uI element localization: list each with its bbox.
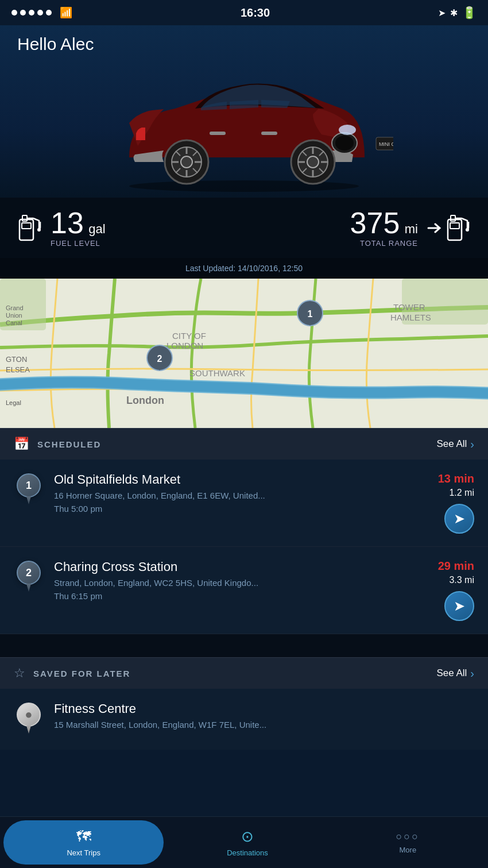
saved-see-all-button[interactable]: See All › bbox=[436, 667, 474, 680]
destinations-nav-icon: ⊙ bbox=[241, 828, 254, 846]
trip-pin-1: 1 bbox=[14, 472, 44, 508]
svg-text:Union: Union bbox=[6, 312, 22, 319]
svg-rect-32 bbox=[22, 215, 27, 221]
nav-destinations[interactable]: ⊙ Destinations bbox=[167, 817, 327, 868]
svg-text:1: 1 bbox=[308, 309, 313, 319]
calendar-icon: 📅 bbox=[14, 437, 29, 452]
saved-pin-1: ● bbox=[14, 701, 44, 737]
trip-time-2: Thu 6:15 pm bbox=[54, 591, 395, 601]
range-label: TOTAL RANGE bbox=[350, 239, 418, 248]
range-arrow-icon bbox=[426, 219, 443, 237]
svg-text:London: London bbox=[126, 395, 164, 406]
saved-item-1: ● Fitness Centre 15 Marshall Street, Lon… bbox=[0, 689, 488, 750]
saved-address-1: 15 Marshall Street, London, England, W1F… bbox=[54, 720, 398, 730]
saved-chevron-icon: › bbox=[470, 667, 474, 680]
svg-text:HAMLETS: HAMLETS bbox=[390, 313, 431, 322]
greeting-text: Hello Alec bbox=[17, 34, 471, 54]
saved-pin-circle-1: ● bbox=[17, 703, 41, 727]
saved-info-1: Fitness Centre 15 Marshall Street, Londo… bbox=[54, 701, 474, 730]
svg-text:CITY OF: CITY OF bbox=[172, 331, 206, 341]
svg-text:Legal: Legal bbox=[6, 399, 21, 406]
fuel-stat: 13 gal FUEL LEVEL bbox=[17, 208, 106, 248]
map-pin-1: 1 bbox=[297, 300, 323, 326]
scheduled-see-all-button[interactable]: See All › bbox=[436, 438, 474, 451]
navigate-arrow-icon-2: ➤ bbox=[454, 598, 465, 614]
more-dots-icon: ○○○ bbox=[396, 831, 420, 843]
trip-item-1: 1 Old Spitalfields Market 16 Horner Squa… bbox=[0, 460, 488, 547]
svg-point-39 bbox=[466, 228, 469, 232]
nav-more-label: More bbox=[400, 846, 417, 854]
bluetooth-icon: ✱ bbox=[450, 7, 458, 18]
trip-navigate-button-1[interactable]: ➤ bbox=[444, 504, 474, 534]
svg-point-0 bbox=[129, 180, 359, 192]
svg-text:GTON: GTON bbox=[6, 355, 27, 364]
bottom-navigation: 🗺 Next Trips ⊙ Destinations ○○○ More bbox=[0, 816, 488, 868]
svg-point-2 bbox=[335, 136, 354, 151]
trip-item-2: 2 Charing Cross Station Strand, London, … bbox=[0, 547, 488, 634]
car-image: MINI COOPER D bbox=[95, 65, 393, 192]
signal-dots bbox=[11, 10, 52, 16]
svg-rect-29 bbox=[261, 132, 277, 135]
status-bar: 📶 16:30 ➤ ✱ 🔋 bbox=[0, 0, 488, 25]
trip-address-1: 16 Horner Square, London, England, E1 6E… bbox=[54, 491, 318, 500]
nav-next-trips-label: Next Trips bbox=[67, 848, 100, 857]
svg-point-8 bbox=[181, 156, 192, 168]
fuel-label: FUEL LEVEL bbox=[51, 239, 106, 248]
trip-info-1: Old Spitalfields Market 16 Horner Square… bbox=[54, 472, 395, 514]
saved-name-1: Fitness Centre bbox=[54, 701, 474, 716]
navigate-arrow-icon-1: ➤ bbox=[454, 511, 465, 527]
pin-number-1: 1 bbox=[17, 473, 41, 497]
trip-duration-2: 29 min bbox=[438, 560, 474, 573]
last-updated-text: Last Updated: 14/10/2016, 12:50 bbox=[0, 258, 488, 279]
star-icon: ☆ bbox=[14, 666, 25, 681]
svg-text:TOWER: TOWER bbox=[393, 302, 425, 312]
range-stat: 375 mi TOTAL RANGE bbox=[350, 208, 471, 248]
trip-name-2: Charing Cross Station bbox=[54, 560, 395, 574]
svg-rect-28 bbox=[210, 132, 226, 135]
trip-nav-1: 13 min 1.2 mi ➤ bbox=[405, 472, 474, 534]
trip-name-1: Old Spitalfields Market bbox=[54, 472, 395, 487]
svg-text:Grand: Grand bbox=[6, 304, 24, 311]
map-pin-2: 2 bbox=[147, 345, 172, 371]
svg-text:SOUTHWARK: SOUTHWARK bbox=[189, 368, 245, 378]
section-spacer bbox=[0, 634, 488, 657]
nav-destinations-label: Destinations bbox=[227, 848, 268, 857]
svg-text:MINI COOPER D: MINI COOPER D bbox=[379, 141, 393, 147]
trip-nav-2: 29 min 3.3 mi ➤ bbox=[405, 560, 474, 621]
saved-section-header: ☆ SAVED FOR LATER See All › bbox=[0, 657, 488, 689]
nav-more[interactable]: ○○○ More bbox=[328, 817, 488, 868]
fuel-unit: gal bbox=[88, 222, 105, 236]
svg-text:Canal: Canal bbox=[6, 319, 22, 326]
scheduled-section-header: 📅 SCHEDULED See All › bbox=[0, 428, 488, 460]
wifi-icon: 📶 bbox=[60, 6, 72, 19]
svg-text:LONDON: LONDON bbox=[166, 341, 203, 350]
svg-point-34 bbox=[37, 228, 41, 232]
nav-next-trips[interactable]: 🗺 Next Trips bbox=[3, 820, 164, 865]
svg-text:2: 2 bbox=[157, 354, 162, 364]
range-fuel-icon bbox=[446, 213, 471, 244]
scheduled-title: SCHEDULED bbox=[37, 439, 101, 449]
status-right: ➤ ✱ 🔋 bbox=[438, 6, 477, 20]
trip-navigate-button-2[interactable]: ➤ bbox=[444, 591, 474, 621]
svg-point-3 bbox=[339, 125, 356, 135]
svg-rect-31 bbox=[22, 223, 31, 229]
trip-duration-1: 13 min bbox=[438, 472, 474, 485]
fuel-level-value: 13 bbox=[51, 206, 84, 240]
range-unit: mi bbox=[405, 222, 418, 236]
status-time: 16:30 bbox=[241, 6, 270, 20]
trip-pin-2: 2 bbox=[14, 560, 44, 595]
trip-time-1: Thu 5:00 pm bbox=[54, 504, 395, 514]
map-svg: Grand Union Canal GTON ELSEA Legal CITY … bbox=[0, 279, 488, 428]
trip-info-2: Charing Cross Station Strand, London, En… bbox=[54, 560, 395, 601]
range-value: 375 bbox=[350, 206, 400, 240]
pin-number-2: 2 bbox=[17, 561, 41, 585]
battery-icon: 🔋 bbox=[462, 6, 477, 20]
fuel-pump-icon bbox=[17, 213, 42, 244]
svg-rect-37 bbox=[451, 215, 455, 221]
trip-distance-1: 1.2 mi bbox=[449, 488, 474, 498]
svg-text:ELSEA: ELSEA bbox=[6, 365, 30, 374]
car-display: MINI COOPER D bbox=[17, 60, 471, 198]
map-container[interactable]: Grand Union Canal GTON ELSEA Legal CITY … bbox=[0, 279, 488, 428]
trip-address-2: Strand, London, England, WC2 5HS, United… bbox=[54, 578, 318, 588]
location-icon: ➤ bbox=[438, 7, 446, 18]
